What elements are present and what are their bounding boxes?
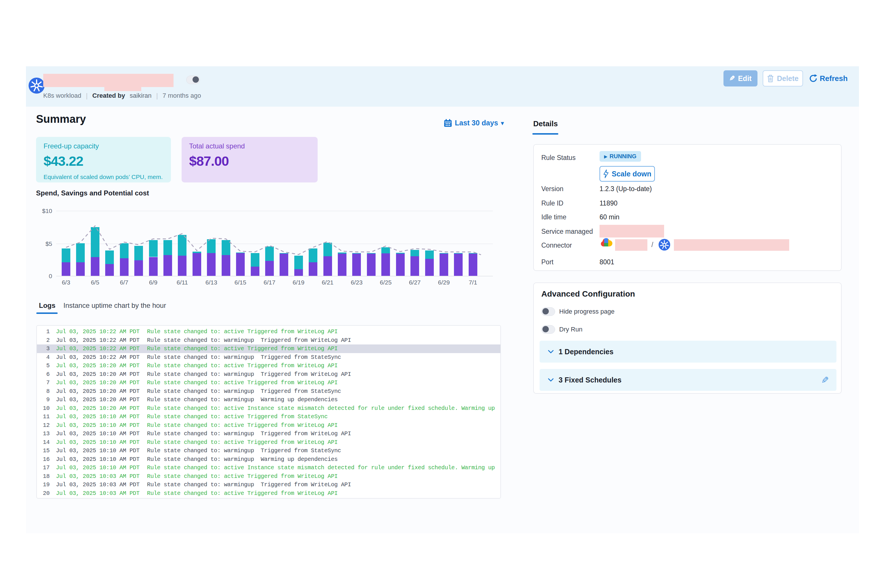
- card-value: $87.00: [189, 153, 310, 169]
- field-value: 11890: [600, 200, 617, 207]
- log-message: Rule state changed to: warmingup Trigger…: [147, 447, 341, 454]
- details-card: Rule Status ▶ RUNNING Scale down Version…: [533, 144, 842, 271]
- log-timestamp: Jul 03, 2025 10:20 AM PDT: [56, 388, 140, 394]
- log-message: Rule state changed to: warmingup Trigger…: [147, 482, 351, 488]
- kubernetes-icon: [658, 238, 670, 251]
- log-timestamp: Jul 03, 2025 10:22 AM PDT: [56, 337, 140, 344]
- freed-up-capacity-card: Freed-up capacity $43.22 Equivalent of s…: [36, 137, 171, 183]
- refresh-icon: [809, 74, 818, 83]
- log-timestamp: Jul 03, 2025 10:03 AM PDT: [56, 473, 140, 480]
- log-row[interactable]: 20Jul 03, 2025 10:03 AM PDTRule state ch…: [37, 489, 500, 498]
- edit-button[interactable]: ✎ Edit: [723, 70, 758, 87]
- log-row[interactable]: 13Jul 03, 2025 10:10 AM PDTRule state ch…: [37, 429, 500, 438]
- chevron-down-icon: [548, 378, 554, 382]
- log-panel: 1Jul 03, 2025 10:22 AM PDTRule state cha…: [36, 325, 501, 499]
- log-line-number: 2: [37, 336, 50, 345]
- log-line-number: 3: [37, 345, 50, 353]
- log-row[interactable]: 11Jul 03, 2025 10:10 AM PDTRule state ch…: [37, 412, 500, 421]
- field-label: Service managed: [541, 228, 593, 236]
- refresh-button[interactable]: Refresh: [809, 70, 848, 87]
- log-row[interactable]: 4Jul 03, 2025 10:22 AM PDTRule state cha…: [37, 353, 500, 362]
- workload-title-redacted-tail: [104, 87, 141, 91]
- log-timestamp: Jul 03, 2025 10:03 AM PDT: [56, 490, 140, 496]
- log-line-number: 12: [37, 421, 50, 430]
- log-row[interactable]: 6Jul 03, 2025 10:20 AM PDTRule state cha…: [37, 370, 500, 379]
- play-icon: ▶: [604, 154, 607, 159]
- log-message: Rule state changed to: warmingup Trigger…: [147, 371, 351, 378]
- log-row[interactable]: 19Jul 03, 2025 10:03 AM PDTRule state ch…: [37, 480, 500, 489]
- field-label: Port: [541, 258, 554, 266]
- connector-project-redacted: [615, 239, 647, 251]
- content-area: Summary Last 30 days ▾ Freed-up capacity…: [26, 106, 859, 533]
- dependencies-label: 1 Dependencies: [559, 348, 614, 356]
- log-message: Rule state changed to: active Instance s…: [147, 464, 495, 471]
- subtitle-separator: |: [86, 92, 88, 100]
- connector-cluster-redacted: [674, 239, 789, 251]
- field-value: 8001: [600, 258, 614, 266]
- created-by-user: saikiran: [130, 92, 152, 99]
- log-row[interactable]: 3Jul 03, 2025 10:22 AM PDTRule state cha…: [37, 345, 500, 353]
- fixed-schedules-label: 3 Fixed Schedules: [559, 376, 621, 384]
- log-row[interactable]: 1Jul 03, 2025 10:22 AM PDTRule state cha…: [37, 327, 500, 336]
- log-line-number: 19: [37, 480, 50, 489]
- log-line-number: 20: [37, 489, 50, 498]
- log-timestamp: Jul 03, 2025 10:10 AM PDT: [56, 430, 140, 437]
- field-label: Connector: [541, 242, 572, 249]
- page: K8s workload | Created by saikiran | 7 m…: [0, 0, 882, 588]
- log-message: Rule state changed to: active Triggered …: [147, 439, 338, 446]
- log-row[interactable]: 17Jul 03, 2025 10:10 AM PDTRule state ch…: [37, 464, 500, 472]
- toggle-label: Dry Run: [559, 326, 582, 333]
- log-row[interactable]: 7Jul 03, 2025 10:20 AM PDTRule state cha…: [37, 378, 500, 387]
- card-caption: Equivalent of scaled down pods’ CPU, mem…: [44, 174, 164, 180]
- dry-run-toggle[interactable]: [541, 325, 555, 334]
- log-row[interactable]: 14Jul 03, 2025 10:10 AM PDTRule state ch…: [37, 438, 500, 447]
- connector-separator: /: [651, 241, 653, 249]
- log-row[interactable]: 12Jul 03, 2025 10:10 AM PDTRule state ch…: [37, 421, 500, 430]
- log-message: Rule state changed to: active Triggered …: [147, 345, 338, 352]
- log-row[interactable]: 10Jul 03, 2025 10:20 AM PDTRule state ch…: [37, 404, 500, 413]
- date-range-picker[interactable]: Last 30 days ▾: [444, 119, 504, 127]
- log-timestamp: Jul 03, 2025 10:20 AM PDT: [56, 371, 140, 378]
- chevron-down-icon: [548, 350, 554, 354]
- dependencies-section[interactable]: 1 Dependencies: [540, 341, 837, 363]
- log-row[interactable]: 8Jul 03, 2025 10:20 AM PDTRule state cha…: [37, 387, 500, 396]
- log-message: Rule state changed to: active Triggered …: [147, 490, 338, 496]
- fixed-schedules-section[interactable]: 3 Fixed Schedules ✎: [540, 369, 837, 391]
- tab-details[interactable]: Details: [533, 119, 558, 128]
- hide-progress-page-toggle[interactable]: [541, 307, 555, 316]
- log-row[interactable]: 18Jul 03, 2025 10:03 AM PDTRule state ch…: [37, 472, 500, 481]
- edit-button-label: Edit: [738, 74, 752, 83]
- scale-down-button[interactable]: Scale down: [600, 166, 655, 182]
- log-row[interactable]: 16Jul 03, 2025 10:10 AM PDTRule state ch…: [37, 455, 500, 464]
- log-message: Rule state changed to: warmingup Trigger…: [147, 430, 351, 437]
- active-tab-underline: [36, 312, 58, 314]
- toggle-knob: [192, 76, 199, 83]
- log-message: Rule state changed to: active Triggered …: [147, 473, 338, 480]
- service-managed-redacted: [600, 225, 664, 237]
- log-message: Rule state changed to: active Triggered …: [147, 380, 338, 386]
- tab-logs[interactable]: Logs: [39, 302, 56, 310]
- created-by-label: Created by: [92, 92, 125, 99]
- log-row[interactable]: 2Jul 03, 2025 10:22 AM PDTRule state cha…: [37, 336, 500, 345]
- edit-schedules-pencil-icon[interactable]: ✎: [821, 375, 829, 386]
- log-line-number: 4: [37, 353, 50, 362]
- workload-enabled-toggle[interactable]: [186, 75, 200, 84]
- log-row[interactable]: 5Jul 03, 2025 10:20 AM PDTRule state cha…: [37, 362, 500, 370]
- log-line-number: 14: [37, 438, 50, 447]
- log-message: Rule state changed to: warmingup Trigger…: [147, 388, 341, 394]
- log-timestamp: Jul 03, 2025 10:22 AM PDT: [56, 328, 140, 335]
- log-row[interactable]: 9Jul 03, 2025 10:20 AM PDTRule state cha…: [37, 396, 500, 404]
- summary-title: Summary: [36, 113, 86, 125]
- card-label: Total actual spend: [189, 142, 310, 150]
- log-line-number: 10: [37, 404, 50, 413]
- log-timestamp: Jul 03, 2025 10:10 AM PDT: [56, 413, 140, 420]
- field-value: 60 min: [600, 213, 620, 221]
- delete-button[interactable]: Delete: [763, 70, 803, 87]
- log-message: Rule state changed to: warmingup Warming…: [147, 456, 338, 463]
- log-timestamp: Jul 03, 2025 10:22 AM PDT: [56, 354, 140, 361]
- log-row[interactable]: 15Jul 03, 2025 10:10 AM PDTRule state ch…: [37, 447, 500, 455]
- log-line-number: 8: [37, 387, 50, 396]
- tab-instance-uptime[interactable]: Instance uptime chart by the hour: [63, 302, 166, 310]
- status-badge: ▶ RUNNING: [600, 151, 641, 162]
- log-timestamp: Jul 03, 2025 10:20 AM PDT: [56, 380, 140, 386]
